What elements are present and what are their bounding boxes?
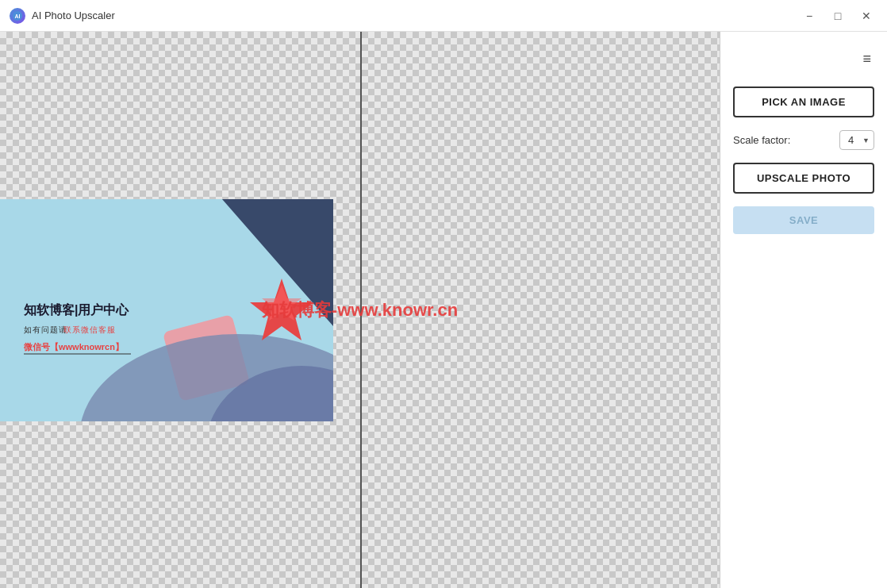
scale-factor-row: Scale factor: 2 4 8 ▼ <box>733 130 874 150</box>
scale-factor-label: Scale factor: <box>733 134 833 146</box>
scale-select-wrapper: 2 4 8 <box>839 130 874 150</box>
minimize-button[interactable]: − <box>798 5 820 27</box>
menu-icon-row: ≡ <box>733 48 874 71</box>
svg-text:如有问题请: 如有问题请 <box>24 325 67 334</box>
maximize-button[interactable]: □ <box>827 5 849 27</box>
save-button[interactable]: SAVE <box>733 206 874 234</box>
upscale-photo-button[interactable]: UPSCALE PHOTO <box>733 163 874 194</box>
title-bar-left: AI AI Photo Upscaler <box>10 8 115 24</box>
menu-button[interactable]: ≡ <box>859 48 874 71</box>
sidebar: ≡ PICK AN IMAGE Scale factor: 2 4 8 ▼ UP… <box>720 32 887 588</box>
svg-text:微信号【wwwknowrcn】: 微信号【wwwknowrcn】 <box>23 342 124 352</box>
image-panel-right <box>360 32 720 588</box>
preview-area: 知软博客|用户中心 如有问题请 联系微信客服 微信号【wwwknowrcn】 知… <box>0 32 720 588</box>
title-bar-controls: − □ ✕ <box>798 5 877 27</box>
preview-divider <box>360 32 362 588</box>
scale-select[interactable]: 2 4 8 <box>839 130 874 150</box>
main-area: 知软博客|用户中心 如有问题请 联系微信客服 微信号【wwwknowrcn】 知… <box>0 32 887 588</box>
business-card-svg: 知软博客|用户中心 如有问题请 联系微信客服 微信号【wwwknowrcn】 <box>0 199 333 421</box>
app-title: AI Photo Upscaler <box>32 10 115 21</box>
pick-image-button[interactable]: PICK AN IMAGE <box>733 86 874 117</box>
close-button[interactable]: ✕ <box>855 5 877 27</box>
svg-text:AI: AI <box>15 13 21 19</box>
svg-text:联系微信客服: 联系微信客服 <box>63 325 116 334</box>
title-bar: AI AI Photo Upscaler − □ ✕ <box>0 0 887 32</box>
app-icon: AI <box>10 8 25 24</box>
image-panel-left: 知软博客|用户中心 如有问题请 联系微信客服 微信号【wwwknowrcn】 <box>0 32 360 588</box>
svg-text:知软博客|用户中心: 知软博客|用户中心 <box>23 302 129 317</box>
